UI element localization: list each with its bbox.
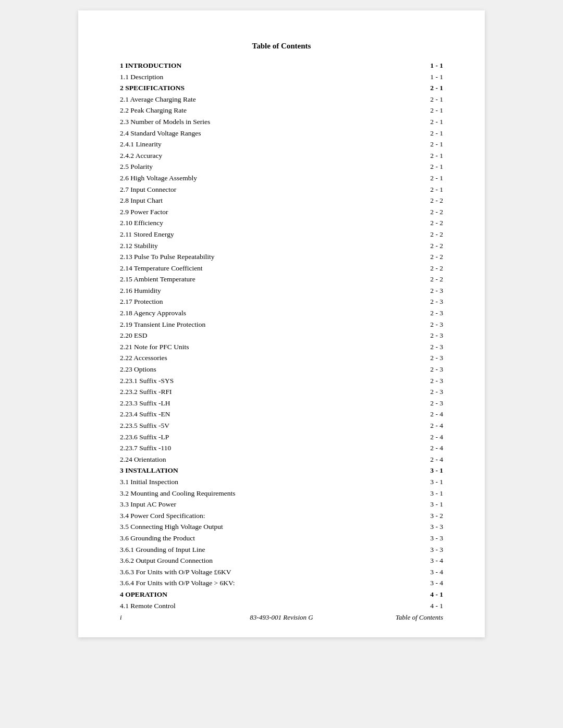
- toc-row: 3.4 Power Cord Specification:3 - 2: [120, 510, 443, 522]
- toc-page: 2 - 4: [395, 442, 443, 454]
- toc-row: 3.6.4 For Units with O/P Voltage > 6KV:3…: [120, 577, 443, 589]
- toc-table: 1 INTRODUCTION1 - 11.1 Description1 - 12…: [120, 60, 443, 611]
- toc-page: 2 - 4: [395, 409, 443, 420]
- toc-page: 3 - 3: [395, 521, 443, 533]
- toc-row: 3.5 Connecting High Voltage Output3 - 3: [120, 521, 443, 533]
- toc-label: 3.6 Grounding the Product: [120, 533, 395, 544]
- toc-row: 2.23.2 Suffix -RFI2 - 3: [120, 386, 443, 398]
- toc-row: 2.13 Pulse To Pulse Repeatability2 - 2: [120, 251, 443, 263]
- toc-row: 2.22 Accessories2 - 3: [120, 352, 443, 364]
- footer-left: i: [120, 613, 122, 622]
- toc-row: 3 INSTALLATION3 - 1: [120, 465, 443, 476]
- toc-page: 2 - 2: [395, 229, 443, 240]
- toc-page: 3 - 4: [395, 577, 443, 589]
- toc-page: 2 - 3: [395, 352, 443, 364]
- toc-page: 2 - 1: [395, 82, 443, 94]
- toc-page: 3 - 1: [395, 476, 443, 488]
- toc-label: 2.12 Stability: [120, 240, 395, 252]
- toc-page: 2 - 1: [395, 105, 443, 116]
- toc-label: 2.21 Note for PFC Units: [120, 341, 395, 353]
- toc-page: 2 - 2: [395, 206, 443, 218]
- toc-page: 3 - 4: [395, 566, 443, 578]
- toc-label: 2.23.2 Suffix -RFI: [120, 386, 395, 398]
- toc-page: 2 - 2: [395, 240, 443, 252]
- toc-page: 2 - 3: [395, 330, 443, 341]
- toc-page: 2 - 3: [395, 398, 443, 409]
- toc-row: 2.1 Average Charging Rate2 - 1: [120, 94, 443, 105]
- toc-row: 2.20 ESD2 - 3: [120, 330, 443, 341]
- page: Table of Contents 1 INTRODUCTION1 - 11.1…: [78, 10, 485, 637]
- toc-page: 2 - 3: [395, 319, 443, 330]
- toc-label: 2.23.1 Suffix -SYS: [120, 375, 395, 387]
- toc-page: 3 - 3: [395, 533, 443, 544]
- toc-row: 2.3 Number of Models in Series2 - 1: [120, 116, 443, 128]
- toc-label: 3.3 Input AC Power: [120, 499, 395, 510]
- toc-page: 2 - 1: [395, 150, 443, 162]
- toc-row: 2.21 Note for PFC Units2 - 3: [120, 341, 443, 353]
- toc-label: 2.4.1 Linearity: [120, 139, 395, 150]
- toc-page: 2 - 4: [395, 431, 443, 443]
- toc-row: 3.1 Initial Inspection3 - 1: [120, 476, 443, 488]
- toc-row: 2.9 Power Factor2 - 2: [120, 206, 443, 218]
- toc-page: 2 - 1: [395, 116, 443, 128]
- toc-row: 3.6.2 Output Ground Connection3 - 4: [120, 555, 443, 566]
- toc-row: 2.7 Input Connector2 - 1: [120, 184, 443, 195]
- toc-row: 2.6 High Voltage Assembly2 - 1: [120, 172, 443, 184]
- toc-row: 2.5 Polarity2 - 1: [120, 161, 443, 172]
- toc-row: 2.10 Efficiency2 - 2: [120, 217, 443, 229]
- toc-label: 2.4 Standard Voltage Ranges: [120, 128, 395, 139]
- toc-row: 2.2 Peak Charging Rate2 - 1: [120, 105, 443, 116]
- toc-page: 2 - 1: [395, 94, 443, 105]
- toc-page: 2 - 1: [395, 128, 443, 139]
- toc-page: 3 - 4: [395, 555, 443, 566]
- toc-label: 2.17 Protection: [120, 296, 395, 307]
- toc-label: 2.15 Ambient Temperature: [120, 274, 395, 285]
- toc-page: 2 - 2: [395, 251, 443, 263]
- toc-label: 3.6.4 For Units with O/P Voltage > 6KV:: [120, 577, 395, 589]
- toc-label: 2.5 Polarity: [120, 161, 395, 172]
- toc-label: 2.18 Agency Approvals: [120, 307, 395, 319]
- toc-row: 2.23.3 Suffix -LH2 - 3: [120, 398, 443, 409]
- toc-row: 3.6.3 For Units with O/P Voltage £6KV3 -…: [120, 566, 443, 578]
- toc-row: 2.15 Ambient Temperature2 - 2: [120, 274, 443, 285]
- toc-label: 2.13 Pulse To Pulse Repeatability: [120, 251, 395, 263]
- toc-page: 2 - 1: [395, 161, 443, 172]
- toc-row: 2.19 Transient Line Protection2 - 3: [120, 319, 443, 330]
- toc-row: 3.3 Input AC Power3 - 1: [120, 499, 443, 510]
- toc-page: 2 - 3: [395, 285, 443, 297]
- toc-label: 2.1 Average Charging Rate: [120, 94, 395, 105]
- toc-page: 3 - 1: [395, 465, 443, 476]
- toc-page: 2 - 2: [395, 274, 443, 285]
- toc-page: 2 - 2: [395, 263, 443, 274]
- toc-label: 2.23.3 Suffix -LH: [120, 398, 395, 409]
- toc-page: 2 - 3: [395, 386, 443, 398]
- toc-label: 3.6.1 Grounding of Input Line: [120, 544, 395, 556]
- toc-label: 2 SPECIFICATIONS: [120, 82, 395, 94]
- toc-label: 2.23.4 Suffix -EN: [120, 409, 395, 420]
- toc-label: 4 OPERATION: [120, 589, 395, 600]
- toc-page: 4 - 1: [395, 589, 443, 600]
- toc-row: 2.23.7 Suffix -1102 - 4: [120, 442, 443, 454]
- toc-label: 4.1 Remote Control: [120, 600, 395, 612]
- toc-row: 2.4 Standard Voltage Ranges2 - 1: [120, 128, 443, 139]
- toc-row: 3.2 Mounting and Cooling Requirements3 -…: [120, 488, 443, 499]
- toc-row: 3.6.1 Grounding of Input Line3 - 3: [120, 544, 443, 556]
- toc-row: 2.18 Agency Approvals2 - 3: [120, 307, 443, 319]
- toc-label: 3.5 Connecting High Voltage Output: [120, 521, 395, 533]
- toc-row: 2.17 Protection2 - 3: [120, 296, 443, 307]
- toc-label: 2.2 Peak Charging Rate: [120, 105, 395, 116]
- toc-page: 3 - 2: [395, 510, 443, 522]
- toc-label: 2.3 Number of Models in Series: [120, 116, 395, 128]
- toc-page: 4 - 1: [395, 600, 443, 612]
- toc-row: 4.1 Remote Control4 - 1: [120, 600, 443, 612]
- toc-label: 1.1 Description: [120, 71, 395, 83]
- toc-label: 2.4.2 Accuracy: [120, 150, 395, 162]
- toc-page: 3 - 1: [395, 488, 443, 499]
- toc-page: 2 - 3: [395, 296, 443, 307]
- toc-row: 1.1 Description1 - 1: [120, 71, 443, 83]
- toc-label: 2.24 Orientation: [120, 454, 395, 465]
- toc-label: 2.7 Input Connector: [120, 184, 395, 195]
- toc-label: 2.20 ESD: [120, 330, 395, 341]
- toc-row: 2.16 Humidity2 - 3: [120, 285, 443, 297]
- footer-center: 83-493-001 Revision G: [250, 613, 313, 622]
